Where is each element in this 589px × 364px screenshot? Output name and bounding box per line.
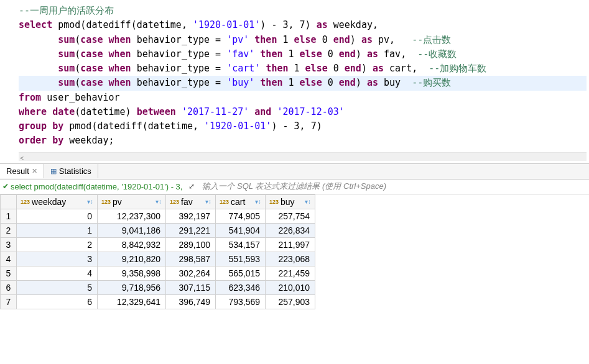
- col-fav[interactable]: 123fav▾↕: [166, 194, 216, 209]
- cell-weekday[interactable]: 4: [17, 266, 98, 280]
- query-label: ✔select pmod(datediff(datetime, '1920-01…: [0, 182, 185, 191]
- cell-fav[interactable]: 289,100: [166, 237, 216, 252]
- row-number: 7: [1, 294, 17, 309]
- check-icon: ✔: [2, 182, 9, 191]
- cell-fav[interactable]: 307,115: [166, 280, 216, 294]
- close-icon[interactable]: ✕: [32, 167, 37, 175]
- cell-pv[interactable]: 12,237,300: [98, 209, 166, 223]
- cell-pv[interactable]: 9,210,820: [98, 252, 166, 266]
- scroll-left-icon[interactable]: <: [20, 153, 24, 163]
- cell-cart[interactable]: 774,905: [216, 209, 266, 223]
- row-number: 1: [1, 209, 17, 223]
- sort-icon[interactable]: ▾↕: [202, 198, 211, 205]
- sort-icon[interactable]: ▾↕: [152, 198, 162, 205]
- col-cart[interactable]: 123cart▾↕: [216, 194, 266, 209]
- cell-cart[interactable]: 793,569: [216, 294, 266, 309]
- table-row[interactable]: 7612,329,641396,749793,569257,903: [1, 294, 315, 309]
- kw-select: select: [19, 19, 52, 30]
- number-type-icon: 123: [21, 199, 30, 205]
- cell-pv[interactable]: 9,041,186: [98, 223, 166, 237]
- grid-icon: ▦: [50, 167, 57, 175]
- number-type-icon: 123: [220, 199, 229, 205]
- cell-cart[interactable]: 534,157: [216, 237, 266, 252]
- result-grid[interactable]: 123weekday▾↕ 123pv▾↕ 123fav▾↕ 123cart▾↕ …: [0, 194, 315, 309]
- sort-icon[interactable]: ▾↕: [301, 198, 311, 205]
- cell-buy[interactable]: 223,068: [266, 252, 315, 266]
- cell-pv[interactable]: 9,718,956: [98, 280, 166, 294]
- comment: --一周用户的活跃分布: [19, 5, 114, 16]
- table-row[interactable]: 219,041,186291,221541,904226,834: [1, 223, 315, 237]
- table-row[interactable]: 1012,237,300392,197774,905257,754: [1, 209, 315, 223]
- cell-fav[interactable]: 291,221: [166, 223, 216, 237]
- cell-fav[interactable]: 396,749: [166, 294, 216, 309]
- number-type-icon: 123: [170, 199, 179, 205]
- cell-buy[interactable]: 210,010: [266, 280, 315, 294]
- cell-cart[interactable]: 565,015: [216, 266, 266, 280]
- horizontal-scrollbar[interactable]: <: [19, 152, 587, 161]
- row-number: 5: [1, 266, 17, 280]
- cell-fav[interactable]: 298,587: [166, 252, 216, 266]
- row-number: 3: [1, 237, 17, 252]
- cell-weekday[interactable]: 2: [17, 237, 98, 252]
- corner-cell: [1, 194, 17, 209]
- cell-weekday[interactable]: 1: [17, 223, 98, 237]
- cell-pv[interactable]: 9,358,998: [98, 266, 166, 280]
- cell-weekday[interactable]: 0: [17, 209, 98, 223]
- cell-buy[interactable]: 257,903: [266, 294, 315, 309]
- cell-weekday[interactable]: 3: [17, 252, 98, 266]
- table-row[interactable]: 439,210,820298,587551,593223,068: [1, 252, 315, 266]
- sort-icon[interactable]: ▾↕: [83, 198, 93, 205]
- number-type-icon: 123: [269, 199, 279, 205]
- table-row[interactable]: 659,718,956307,115623,346210,010: [1, 280, 315, 294]
- cell-cart[interactable]: 551,593: [216, 252, 266, 266]
- expand-icon[interactable]: ⤢: [185, 182, 198, 191]
- cell-weekday[interactable]: 6: [17, 294, 98, 309]
- cell-fav[interactable]: 392,197: [166, 209, 216, 223]
- number-type-icon: 123: [101, 199, 111, 205]
- cell-cart[interactable]: 623,346: [216, 280, 266, 294]
- tab-statistics[interactable]: ▦ Statistics: [44, 164, 98, 178]
- sql-editor[interactable]: --一周用户的活跃分布 select pmod(datediff(datetim…: [0, 0, 589, 163]
- table-row[interactable]: 549,358,998302,264565,015221,459: [1, 266, 315, 280]
- filter-input[interactable]: 输入一个 SQL 表达式来过滤结果 (使用 Ctrl+Space): [198, 181, 589, 192]
- cell-weekday[interactable]: 5: [17, 280, 98, 294]
- col-pv[interactable]: 123pv▾↕: [98, 194, 166, 209]
- sort-icon[interactable]: ▾↕: [251, 198, 261, 205]
- cell-cart[interactable]: 541,904: [216, 223, 266, 237]
- table-row[interactable]: 328,842,932289,100534,157211,997: [1, 237, 315, 252]
- cell-pv[interactable]: 12,329,641: [98, 294, 166, 309]
- cell-buy[interactable]: 221,459: [266, 266, 315, 280]
- row-number: 6: [1, 280, 17, 294]
- col-weekday[interactable]: 123weekday▾↕: [17, 194, 98, 209]
- row-number: 4: [1, 252, 17, 266]
- cell-buy[interactable]: 257,754: [266, 209, 315, 223]
- tab-result[interactable]: Result ✕: [0, 164, 44, 178]
- cell-buy[interactable]: 226,834: [266, 223, 315, 237]
- cell-buy[interactable]: 211,997: [266, 237, 315, 252]
- filter-bar: ✔select pmod(datediff(datetime, '1920-01…: [0, 180, 589, 194]
- col-buy[interactable]: 123buy▾↕: [266, 194, 315, 209]
- row-number: 2: [1, 223, 17, 237]
- cell-pv[interactable]: 8,842,932: [98, 237, 166, 252]
- result-tabs: Result ✕ ▦ Statistics: [0, 163, 589, 180]
- cell-fav[interactable]: 302,264: [166, 266, 216, 280]
